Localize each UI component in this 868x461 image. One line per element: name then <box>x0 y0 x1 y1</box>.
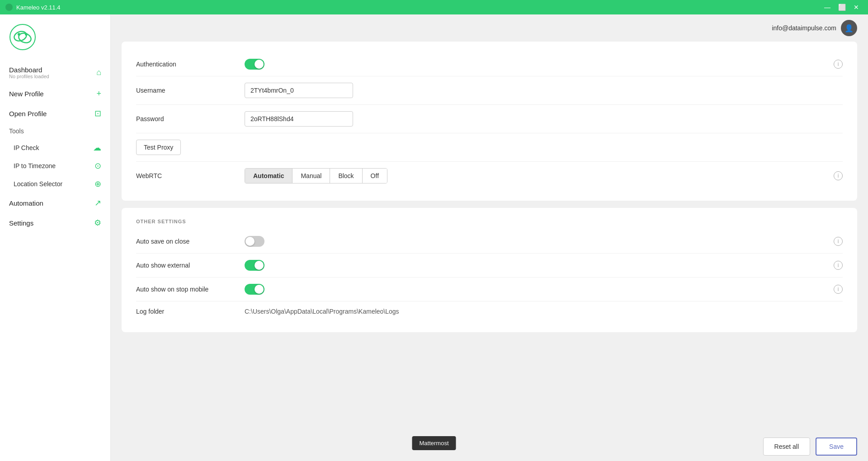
open-profile-label: Open Profile <box>9 110 47 118</box>
sidebar: Dashboard No profiles loaded ⌂ New Profi… <box>0 14 111 461</box>
sidebar-item-ip-check[interactable]: IP Check ☁ <box>0 139 110 156</box>
sidebar-item-dashboard[interactable]: Dashboard No profiles loaded ⌂ <box>0 61 110 84</box>
password-label: Password <box>136 115 236 122</box>
cloud-icon: ☁ <box>93 143 101 153</box>
auto-show-mobile-info-icon[interactable]: i <box>834 285 843 294</box>
minimize-button[interactable]: — <box>821 2 834 13</box>
logo-area <box>0 24 110 61</box>
auto-save-row: Auto save on close i <box>136 230 843 254</box>
main-content: info@dataimpulse.com 👤 Authentication i <box>111 14 868 461</box>
log-folder-path: C:\Users\Olga\AppData\Local\Programs\Kam… <box>245 308 399 315</box>
top-header: info@dataimpulse.com 👤 <box>111 14 868 42</box>
mattermost-tooltip: Mattermost <box>412 436 456 450</box>
webrtc-row: WebRTC Automatic Manual Block Off i <box>136 162 843 190</box>
sidebar-item-new-profile[interactable]: New Profile + <box>0 85 110 103</box>
home-icon: ⌂ <box>96 68 101 77</box>
auto-show-mobile-toggle[interactable] <box>245 284 264 295</box>
bottom-bar: Reset all Save <box>111 432 868 461</box>
svg-point-4 <box>25 33 28 36</box>
auth-label: Authentication <box>136 61 236 68</box>
tools-section: Tools <box>0 124 110 138</box>
ip-check-label: IP Check <box>14 144 39 151</box>
auto-show-external-label: Auto show external <box>136 262 236 269</box>
pin-icon: ⊕ <box>94 179 101 189</box>
test-proxy-row: Test Proxy <box>136 133 843 162</box>
avatar: 👤 <box>841 20 857 36</box>
app-logo <box>9 24 36 51</box>
title-bar-left: Kameleo v2.11.4 <box>5 4 61 11</box>
auto-save-info-icon[interactable]: i <box>834 237 843 246</box>
sidebar-item-automation[interactable]: Automation ↗ <box>0 193 110 212</box>
toggle-thumb-2 <box>245 237 255 246</box>
auth-toggle[interactable] <box>245 59 264 70</box>
password-row: Password <box>136 105 843 133</box>
app-icon <box>5 4 13 11</box>
other-settings-card: OTHER SETTINGS Auto save on close i <box>122 208 857 332</box>
auth-toggle-row: Authentication i <box>136 52 843 76</box>
app-body: Dashboard No profiles loaded ⌂ New Profi… <box>0 14 868 461</box>
webrtc-options: Automatic Manual Block Off <box>245 168 387 183</box>
authentication-card: Authentication i Username <box>122 42 857 201</box>
auto-show-external-toggle[interactable] <box>245 260 264 271</box>
gear-icon: ⚙ <box>94 218 101 228</box>
sidebar-item-open-profile[interactable]: Open Profile ⊡ <box>0 104 110 123</box>
webrtc-info-icon[interactable]: i <box>834 171 843 180</box>
webrtc-label: WebRTC <box>136 172 236 179</box>
close-button[interactable]: ✕ <box>850 2 863 13</box>
save-button[interactable]: Save <box>816 437 857 456</box>
auto-show-external-info-icon[interactable]: i <box>834 261 843 270</box>
auto-show-external-row: Auto show external i <box>136 254 843 278</box>
location-label: Location Selector <box>14 180 62 188</box>
new-profile-label: New Profile <box>9 90 44 98</box>
auto-show-mobile-label: Auto show on stop mobile <box>136 286 236 293</box>
auto-save-toggle[interactable] <box>245 236 264 247</box>
webrtc-off[interactable]: Off <box>363 169 387 183</box>
username-label: Username <box>136 87 236 94</box>
sidebar-nav: Dashboard No profiles loaded ⌂ New Profi… <box>0 61 110 232</box>
chart-icon: ↗ <box>94 198 101 208</box>
clock-icon: ⊙ <box>94 161 101 171</box>
sidebar-item-location[interactable]: Location Selector ⊕ <box>0 175 110 193</box>
auto-show-mobile-row: Auto show on stop mobile i <box>136 278 843 301</box>
reset-all-button[interactable]: Reset all <box>763 437 810 456</box>
sidebar-item-ip-timezone[interactable]: IP to Timezone ⊙ <box>0 157 110 174</box>
ip-timezone-label: IP to Timezone <box>14 162 56 169</box>
maximize-button[interactable]: ⬜ <box>835 2 848 13</box>
automation-label: Automation <box>9 199 43 207</box>
webrtc-block[interactable]: Block <box>330 169 362 183</box>
toggle-thumb <box>255 60 264 69</box>
plus-icon: + <box>96 89 101 99</box>
dashboard-subtitle: No profiles loaded <box>9 74 49 79</box>
app-title: Kameleo v2.11.4 <box>16 4 61 11</box>
username-row: Username <box>136 76 843 105</box>
auth-info-icon[interactable]: i <box>834 60 843 69</box>
window-controls: — ⬜ ✕ <box>821 2 863 13</box>
toggle-thumb-4 <box>255 285 264 294</box>
dashboard-label: Dashboard <box>9 66 49 74</box>
webrtc-automatic[interactable]: Automatic <box>245 169 292 183</box>
sidebar-item-settings[interactable]: Settings ⚙ <box>0 213 110 232</box>
folder-icon: ⊡ <box>94 108 101 118</box>
test-proxy-button[interactable]: Test Proxy <box>136 140 181 155</box>
username-input[interactable] <box>245 83 353 98</box>
content-area: Authentication i Username <box>111 42 868 432</box>
auto-save-label: Auto save on close <box>136 238 236 245</box>
title-bar: Kameleo v2.11.4 — ⬜ ✕ <box>0 0 868 14</box>
settings-label: Settings <box>9 219 33 227</box>
other-settings-title: OTHER SETTINGS <box>136 219 843 230</box>
password-input[interactable] <box>245 111 353 127</box>
toggle-thumb-3 <box>255 261 264 270</box>
log-folder-label: Log folder <box>136 308 236 315</box>
webrtc-manual[interactable]: Manual <box>292 169 330 183</box>
log-folder-row: Log folder C:\Users\Olga\AppData\Local\P… <box>136 301 843 321</box>
user-email: info@dataimpulse.com <box>772 24 836 32</box>
svg-point-3 <box>18 33 20 36</box>
